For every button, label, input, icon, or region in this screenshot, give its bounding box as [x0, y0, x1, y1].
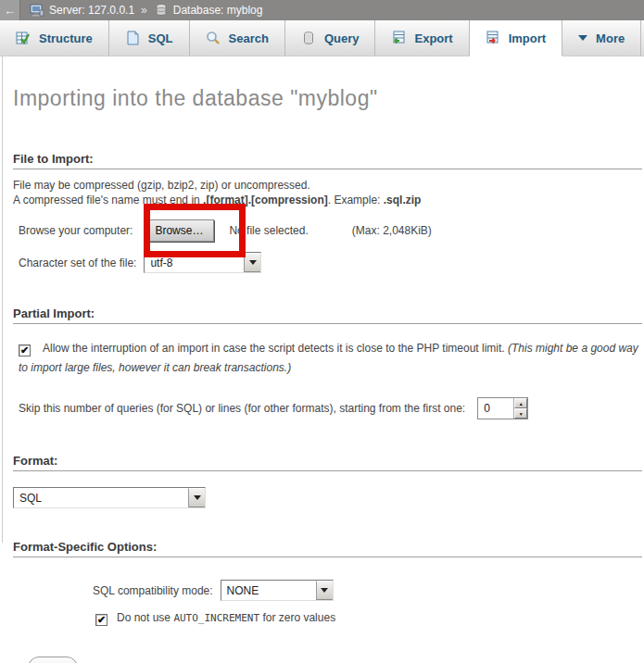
- skip-queries-value: 0: [478, 398, 513, 419]
- go-button[interactable]: Go: [28, 657, 78, 663]
- sql-compatibility-label: SQL compatibility mode:: [93, 584, 213, 597]
- triangle-down-icon: [194, 495, 201, 504]
- tab-label: Import: [509, 31, 546, 45]
- tab-query[interactable]: Query: [285, 20, 376, 56]
- number-spinner: ▲ ▼: [513, 398, 527, 419]
- tab-label: Structure: [39, 31, 93, 45]
- browse-row: Browse your computer: Browse… No file se…: [19, 219, 644, 242]
- auto-increment-code: AUTO_INCREMENT: [173, 612, 259, 624]
- allow-interruption-checkbox[interactable]: [19, 344, 31, 357]
- tab-label: Query: [324, 31, 360, 45]
- triangle-down-icon: [249, 260, 257, 269]
- tab-label: SQL: [148, 31, 173, 45]
- compression-help-text: File may be compressed (gzip, bzip2, zip…: [13, 178, 644, 207]
- format-selected-value: SQL: [14, 488, 188, 507]
- tab-structure[interactable]: Structure: [0, 20, 109, 56]
- browse-label: Browse your computer:: [19, 224, 133, 237]
- main-content: Importing into the database "myblog" Fil…: [0, 86, 644, 663]
- page-title: Importing into the database "myblog": [13, 86, 644, 111]
- export-icon: [391, 31, 406, 45]
- charset-dropdown-arrow[interactable]: [244, 253, 260, 272]
- auto-increment-checkbox[interactable]: [95, 614, 107, 626]
- compat-dropdown-arrow[interactable]: [316, 581, 333, 600]
- section-file-to-import: File to Import:: [13, 152, 642, 169]
- spinner-up-button[interactable]: ▲: [514, 398, 527, 408]
- breadcrumb: Server: 127.0.0.1 » Database: myblog: [30, 3, 262, 18]
- sql-icon: [125, 31, 140, 45]
- triangle-down-icon: [321, 588, 328, 596]
- import-icon: [486, 31, 500, 45]
- breadcrumb-separator: »: [141, 4, 147, 17]
- sql-compatibility-row: SQL compatibility mode: NONE: [93, 580, 644, 601]
- section-partial-import: Partial Import:: [13, 306, 642, 324]
- database-icon: [154, 3, 169, 18]
- browse-button[interactable]: Browse…: [144, 219, 214, 242]
- tab-search[interactable]: Search: [190, 20, 285, 56]
- breadcrumb-database-link[interactable]: Database: myblog: [173, 4, 263, 17]
- structure-icon: [16, 31, 31, 45]
- section-format: Format:: [13, 454, 642, 471]
- sql-compatibility-select[interactable]: NONE: [221, 580, 334, 601]
- skip-queries-input[interactable]: 0 ▲ ▼: [477, 397, 528, 419]
- auto-increment-row: Do not use AUTO_INCREMENT for zero value…: [95, 611, 644, 626]
- allow-interruption-row: Allow the interruption of an import in c…: [19, 339, 642, 378]
- format-dropdown-arrow[interactable]: [188, 488, 205, 507]
- sql-compatibility-value: NONE: [221, 581, 316, 600]
- tab-label: More: [596, 31, 625, 45]
- spinner-down-button[interactable]: ▼: [514, 408, 527, 419]
- tab-label: Search: [229, 31, 269, 45]
- server-icon: [30, 3, 44, 18]
- back-arrow-icon: ←: [4, 4, 16, 18]
- breadcrumb-server-link[interactable]: Server: 127.0.0.1: [49, 4, 134, 17]
- max-size-text: (Max: 2,048KiB): [352, 224, 432, 237]
- breadcrumb-bar: ← Server: 127.0.0.1 » Database: myblog: [0, 0, 644, 20]
- section-format-specific-options: Format-Specific Options:: [13, 540, 642, 557]
- format-select[interactable]: SQL: [13, 487, 206, 508]
- no-file-selected-text: No file selected.: [229, 224, 308, 237]
- query-icon: [301, 31, 316, 45]
- tab-sql[interactable]: SQL: [109, 20, 190, 56]
- charset-selected-value: utf-8: [145, 253, 244, 272]
- tab-import[interactable]: Import: [470, 20, 562, 56]
- tab-export[interactable]: Export: [375, 20, 469, 56]
- charset-select[interactable]: utf-8: [144, 252, 261, 273]
- skip-queries-row: Skip this number of queries (for SQL) or…: [19, 397, 644, 419]
- tab-more[interactable]: More: [562, 20, 641, 56]
- content-left-border: [2, 56, 3, 543]
- back-arrow-button[interactable]: ←: [0, 0, 20, 20]
- tab-label: Export: [414, 31, 452, 45]
- chevron-down-icon: [578, 35, 587, 45]
- auto-increment-label: Do not use AUTO_INCREMENT for zero value…: [117, 611, 335, 624]
- tab-bar: Structure SQL Search Query Export: [0, 20, 644, 56]
- search-icon: [206, 31, 221, 45]
- skip-queries-label: Skip this number of queries (for SQL) or…: [19, 402, 465, 415]
- allow-interruption-label: Allow the interruption of an import in c…: [43, 342, 508, 355]
- charset-label: Character set of the file:: [19, 256, 136, 269]
- charset-row: Character set of the file: utf-8: [19, 252, 644, 273]
